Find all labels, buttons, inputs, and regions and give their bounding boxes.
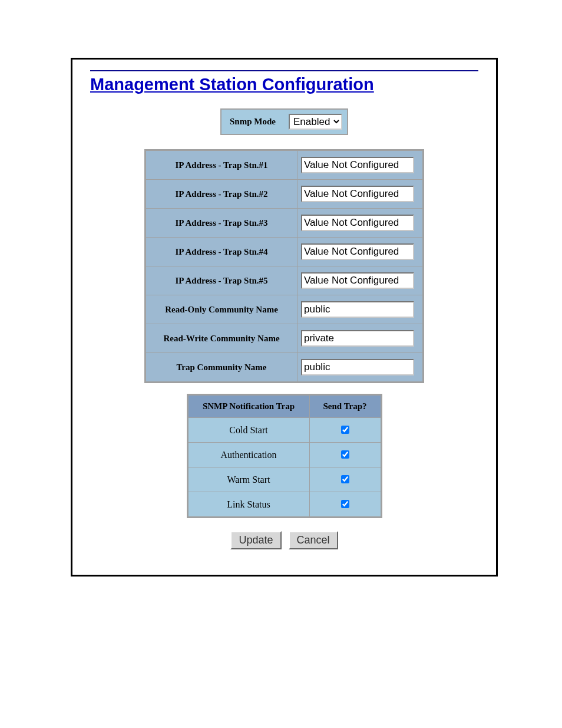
table-row: Warm Start	[189, 467, 381, 492]
config-input[interactable]	[301, 330, 414, 347]
table-row: IP Address - Trap Stn.#2	[146, 180, 422, 208]
config-input[interactable]	[301, 215, 414, 231]
table-row: Trap Community Name	[146, 353, 422, 381]
config-label: Read-Only Community Name	[146, 295, 297, 324]
trap-send-cell	[310, 467, 381, 492]
config-input[interactable]	[301, 359, 414, 375]
config-panel: Management Station Configuration Snmp Mo…	[71, 58, 498, 577]
config-input-cell	[297, 353, 422, 381]
config-label: IP Address - Trap Stn.#3	[146, 209, 297, 237]
config-input-cell	[297, 209, 422, 237]
config-input[interactable]	[301, 186, 414, 202]
table-row: IP Address - Trap Stn.#3	[146, 209, 422, 237]
trap-header-send: Send Trap?	[310, 396, 381, 417]
cancel-button[interactable]: Cancel	[289, 531, 338, 549]
snmp-mode-cell: Enabled	[284, 110, 347, 134]
config-input-cell	[297, 238, 422, 266]
trap-name: Warm Start	[189, 467, 309, 492]
config-label: Read-Write Community Name	[146, 324, 297, 353]
config-input-cell	[297, 324, 422, 353]
table-row: Read-Write Community Name	[146, 324, 422, 353]
snmp-mode-select[interactable]: Enabled	[289, 114, 342, 130]
trap-table: SNMP Notification Trap Send Trap? Cold S…	[187, 394, 382, 518]
trap-send-checkbox[interactable]	[341, 426, 349, 434]
table-row: IP Address - Trap Stn.#4	[146, 238, 422, 266]
config-label: Trap Community Name	[146, 353, 297, 381]
table-row: IP Address - Trap Stn.#1	[146, 151, 422, 179]
page-title[interactable]: Management Station Configuration	[90, 75, 478, 94]
trap-send-cell	[310, 492, 381, 516]
trap-send-checkbox[interactable]	[341, 475, 349, 483]
config-input-cell	[297, 295, 422, 324]
config-input[interactable]	[301, 157, 414, 173]
config-label: IP Address - Trap Stn.#2	[146, 180, 297, 208]
table-row: Read-Only Community Name	[146, 295, 422, 324]
table-row: Authentication	[189, 443, 381, 467]
snmp-mode-table: Snmp Mode Enabled	[220, 108, 348, 135]
table-row: Link Status	[189, 492, 381, 516]
config-input-cell	[297, 266, 422, 295]
table-row: IP Address - Trap Stn.#5	[146, 266, 422, 295]
page: Management Station Configuration Snmp Mo…	[0, 0, 562, 728]
trap-name: Authentication	[189, 443, 309, 467]
config-label: IP Address - Trap Stn.#5	[146, 266, 297, 295]
trap-send-cell	[310, 418, 381, 442]
config-input-cell	[297, 151, 422, 179]
title-wrap: Management Station Configuration	[90, 70, 478, 94]
config-label: IP Address - Trap Stn.#1	[146, 151, 297, 179]
trap-name: Link Status	[189, 492, 309, 516]
button-row: Update Cancel	[72, 531, 496, 549]
trap-send-checkbox[interactable]	[341, 500, 349, 508]
table-row: Cold Start	[189, 418, 381, 442]
trap-header-name: SNMP Notification Trap	[189, 396, 309, 417]
config-input[interactable]	[301, 272, 414, 289]
trap-send-cell	[310, 443, 381, 467]
config-table: IP Address - Trap Stn.#1IP Address - Tra…	[144, 149, 424, 383]
config-label: IP Address - Trap Stn.#4	[146, 238, 297, 266]
config-input[interactable]	[301, 243, 414, 260]
trap-name: Cold Start	[189, 418, 309, 442]
snmp-mode-label: Snmp Mode	[222, 110, 284, 134]
trap-send-checkbox[interactable]	[341, 450, 349, 459]
config-input[interactable]	[301, 301, 414, 318]
update-button[interactable]: Update	[230, 531, 281, 549]
config-input-cell	[297, 180, 422, 208]
